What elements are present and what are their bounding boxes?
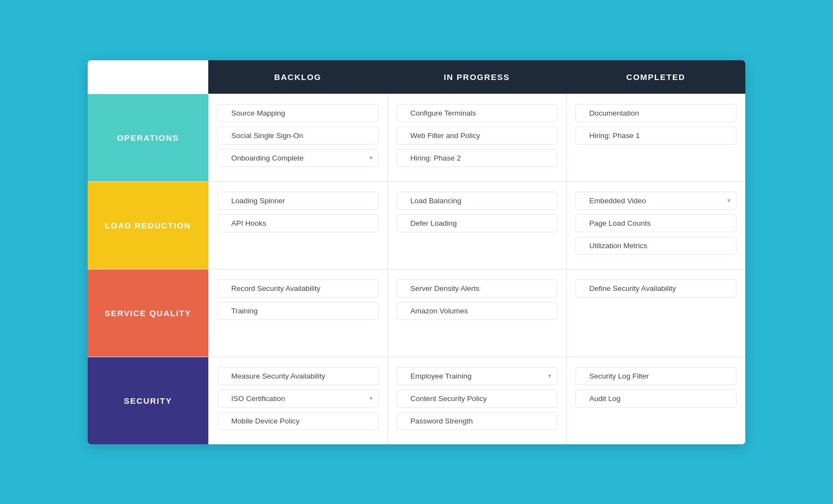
- card-service-quality[interactable]: Record Security Availability: [218, 279, 379, 297]
- header-inprogress: IN PROGRESS: [387, 60, 567, 94]
- completed-cell-service-quality: Define Security Availability: [566, 269, 745, 357]
- card-operations[interactable]: Source Mapping: [218, 104, 379, 122]
- card-text: Employee Training: [410, 372, 545, 380]
- card-security[interactable]: Content Security Policy: [397, 390, 558, 408]
- inprogress-cell-security: Employee Training▾Content Security Polic…: [387, 357, 567, 444]
- card-text: Mobile Device Policy: [231, 417, 373, 425]
- card-text: Load Balancing: [410, 197, 552, 205]
- card-load-reduction[interactable]: Page Load Counts: [575, 214, 737, 232]
- backlog-cell-service-quality: Record Security AvailabilityTraining: [208, 269, 387, 357]
- category-security: SECURITY: [88, 357, 208, 444]
- header-completed: COMPLETED: [566, 60, 745, 94]
- card-load-reduction[interactable]: API Hooks: [218, 214, 379, 232]
- card-load-reduction[interactable]: Defer Loading: [397, 214, 558, 232]
- category-label-operations: OPERATIONS: [117, 133, 179, 142]
- card-text: Page Load Counts: [589, 219, 731, 227]
- inprogress-cell-operations: Configure TerminalsWeb Filter and Policy…: [387, 94, 567, 181]
- completed-cell-load-reduction: Embedded Video▾Page Load CountsUtilizati…: [566, 181, 745, 269]
- card-service-quality[interactable]: Amazon Volumes: [397, 302, 558, 320]
- card-text: ISO Certification: [231, 394, 366, 403]
- card-load-reduction[interactable]: Load Balancing: [397, 192, 558, 210]
- card-text: Audit Log: [589, 394, 731, 403]
- card-text: Security Log Filter: [589, 372, 731, 380]
- card-security[interactable]: Security Log Filter: [575, 367, 737, 385]
- category-label-service-quality: SERVICE QUALITY: [105, 308, 191, 318]
- card-service-quality[interactable]: Training: [218, 302, 379, 320]
- completed-cell-operations: DocumentationHiring: Phase 1: [566, 94, 745, 181]
- card-operations[interactable]: Social Single Sign-On: [218, 127, 379, 145]
- card-text: Measure Security Availability: [231, 372, 373, 380]
- chevron-down-icon: ▾: [727, 197, 731, 204]
- card-text: Utilization Metrics: [589, 242, 731, 250]
- card-operations[interactable]: Hiring: Phase 2: [397, 149, 558, 167]
- card-text: API Hooks: [231, 219, 373, 227]
- chevron-down-icon: ▾: [369, 394, 373, 402]
- card-text: Loading Spinner: [231, 197, 373, 205]
- card-load-reduction[interactable]: Utilization Metrics: [575, 237, 737, 255]
- card-operations[interactable]: Web Filter and Policy: [397, 127, 558, 145]
- card-service-quality[interactable]: Define Security Availability: [575, 279, 737, 297]
- card-text: Embedded Video: [589, 197, 724, 205]
- category-label-security: SECURITY: [124, 396, 172, 405]
- card-security[interactable]: Employee Training▾: [397, 367, 558, 385]
- card-text: Training: [231, 307, 373, 315]
- category-operations: OPERATIONS: [88, 94, 208, 181]
- kanban-board: BACKLOG IN PROGRESS COMPLETED OPERATIONS…: [88, 60, 745, 444]
- backlog-cell-operations: Source MappingSocial Single Sign-OnOnboa…: [208, 94, 387, 181]
- card-text: Defer Loading: [410, 219, 552, 227]
- card-text: Amazon Volumes: [410, 307, 552, 315]
- header-empty: [88, 60, 208, 94]
- backlog-cell-security: Measure Security AvailabilityISO Certifi…: [208, 357, 387, 444]
- card-operations[interactable]: Documentation: [575, 104, 737, 122]
- card-text: Source Mapping: [231, 109, 373, 117]
- card-security[interactable]: Mobile Device Policy: [218, 412, 379, 430]
- chevron-down-icon: ▾: [369, 154, 373, 162]
- card-service-quality[interactable]: Server Density Alerts: [397, 279, 558, 297]
- card-security[interactable]: Measure Security Availability: [218, 367, 379, 385]
- card-text: Hiring: Phase 2: [410, 154, 552, 162]
- backlog-cell-load-reduction: Loading SpinnerAPI Hooks: [208, 181, 387, 269]
- card-text: Content Security Policy: [410, 394, 552, 403]
- header-backlog: BACKLOG: [208, 60, 387, 94]
- card-security[interactable]: Password Strength: [397, 412, 558, 430]
- category-service-quality: SERVICE QUALITY: [88, 269, 208, 357]
- card-text: Documentation: [589, 109, 731, 117]
- card-text: Password Strength: [410, 417, 552, 425]
- inprogress-cell-service-quality: Server Density AlertsAmazon Volumes: [387, 269, 567, 357]
- card-security[interactable]: Audit Log: [575, 390, 737, 408]
- card-operations[interactable]: Onboarding Complete▾: [218, 149, 379, 167]
- card-text: Record Security Availability: [231, 284, 373, 293]
- card-text: Onboarding Complete: [231, 154, 366, 162]
- card-load-reduction[interactable]: Embedded Video▾: [575, 192, 737, 210]
- card-text: Define Security Availability: [589, 284, 731, 293]
- category-label-load-reduction: LOAD REDUCTION: [105, 221, 191, 230]
- category-load-reduction: LOAD REDUCTION: [88, 181, 208, 269]
- inprogress-cell-load-reduction: Load BalancingDefer Loading: [387, 181, 567, 269]
- card-load-reduction[interactable]: Loading Spinner: [218, 192, 379, 210]
- card-operations[interactable]: Hiring: Phase 1: [575, 127, 737, 145]
- board-grid: BACKLOG IN PROGRESS COMPLETED OPERATIONS…: [88, 60, 745, 444]
- card-text: Hiring: Phase 1: [589, 131, 731, 140]
- card-text: Web Filter and Policy: [410, 131, 552, 140]
- card-text: Configure Terminals: [410, 109, 552, 117]
- chevron-down-icon: ▾: [548, 372, 551, 380]
- completed-cell-security: Security Log FilterAudit Log: [566, 357, 745, 444]
- card-security[interactable]: ISO Certification▾: [218, 390, 379, 408]
- card-operations[interactable]: Configure Terminals: [397, 104, 558, 122]
- card-text: Social Single Sign-On: [231, 131, 373, 140]
- card-text: Server Density Alerts: [410, 284, 552, 293]
